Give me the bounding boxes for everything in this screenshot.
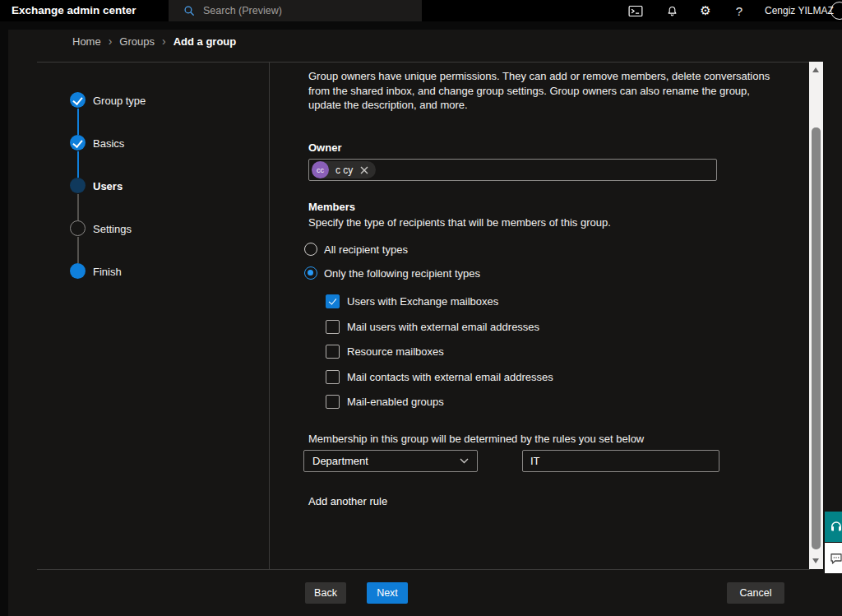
scroll-down-icon[interactable]: [812, 558, 819, 563]
add-another-rule-link[interactable]: Add another rule: [308, 495, 387, 507]
chevron-right-icon: ›: [162, 35, 166, 48]
scrollbar-thumb[interactable]: [812, 127, 821, 549]
search-box[interactable]: [169, 0, 422, 21]
gear-icon: ⚙: [700, 3, 710, 18]
radio-all-recipient-types[interactable]: All recipient types: [304, 242, 408, 257]
breadcrumb: Home › Groups › Add a group: [72, 33, 236, 49]
remove-owner-icon[interactable]: [360, 166, 368, 174]
bell-icon: [666, 4, 678, 17]
checkbox-icon: [326, 395, 340, 409]
exchange-admin-window: Exchange admin center ⚙ ?: [0, 0, 842, 616]
back-button[interactable]: Back: [305, 582, 346, 604]
membership-rules-label: Membership in this group will be determi…: [308, 433, 644, 445]
checkbox-resource-mailboxes[interactable]: Resource mailboxes: [326, 344, 444, 359]
owner-label: Owner: [308, 141, 341, 154]
scroll-up-icon[interactable]: [812, 67, 819, 72]
user-name[interactable]: Cengiz YILMAZ: [765, 0, 834, 21]
checkbox-icon: [326, 320, 340, 334]
owners-description: Group owners have unique permissions. Th…: [308, 69, 785, 113]
top-bar: Exchange admin center ⚙ ?: [0, 0, 842, 21]
search-input[interactable]: [203, 5, 400, 16]
settings-button[interactable]: ⚙: [695, 0, 716, 21]
divider-bottom: [37, 569, 810, 570]
rule-value-input[interactable]: [522, 450, 719, 472]
notifications-button[interactable]: [661, 0, 682, 21]
breadcrumb-groups[interactable]: Groups: [119, 35, 155, 48]
step-label-settings[interactable]: Settings: [93, 223, 132, 235]
chevron-down-icon: [460, 458, 469, 464]
support-widget-button[interactable]: [825, 512, 842, 542]
owner-picker[interactable]: cc c cy: [308, 159, 717, 181]
step-connector: [77, 109, 79, 135]
breadcrumb-home[interactable]: Home: [72, 35, 101, 48]
feedback-widget-button[interactable]: [825, 543, 842, 573]
step-label-basics[interactable]: Basics: [93, 137, 124, 150]
terminal-icon: [628, 5, 643, 17]
help-button[interactable]: ?: [730, 0, 748, 21]
checkbox-icon: [326, 345, 340, 359]
cancel-button[interactable]: Cancel: [727, 582, 784, 604]
step-label-finish[interactable]: Finish: [93, 266, 122, 278]
step-label-group-type[interactable]: Group type: [93, 95, 146, 107]
owner-chip: cc c cy: [312, 161, 376, 178]
search-icon: [183, 5, 195, 16]
radio-only-following-types[interactable]: Only the following recipient types: [304, 266, 480, 280]
members-label: Members: [308, 201, 355, 213]
checkbox-icon: [326, 370, 340, 384]
owner-chip-avatar: cc: [312, 161, 329, 178]
divider-vertical: [269, 62, 270, 569]
owner-chip-name: c cy: [335, 164, 353, 176]
step-label-users[interactable]: Users: [93, 180, 123, 192]
step-circle-users: [70, 178, 86, 193]
radio-selected-icon: [304, 266, 317, 280]
step-circle-settings: [70, 220, 86, 236]
chevron-right-icon: ›: [109, 35, 113, 48]
step-circle-basics: [70, 135, 86, 151]
rule-attribute-dropdown[interactable]: Department: [303, 450, 478, 472]
radio-icon: [304, 243, 317, 256]
question-icon: ?: [736, 4, 743, 18]
dropdown-value: Department: [312, 455, 368, 467]
next-button[interactable]: Next: [367, 582, 408, 604]
checkbox-checked-icon: [326, 294, 340, 308]
divider-top: [37, 62, 810, 63]
checkbox-exchange-mailboxes[interactable]: Users with Exchange mailboxes: [326, 294, 498, 308]
checkbox-mail-users-external[interactable]: Mail users with external email addresses: [326, 319, 539, 334]
step-connector: [77, 237, 79, 263]
step-connector: [77, 194, 79, 220]
checkbox-mail-contacts-external[interactable]: Mail contacts with external email addres…: [326, 369, 553, 384]
scrollbar[interactable]: [809, 62, 823, 569]
breadcrumb-current: Add a group: [173, 35, 237, 48]
step-connector: [77, 151, 79, 178]
feedback-bubble-icon: [829, 551, 842, 566]
cloud-shell-button[interactable]: [625, 0, 646, 21]
headset-icon: [829, 520, 842, 535]
members-description: Specify the type of recipients that will…: [308, 216, 611, 229]
step-circle-group-type: [70, 92, 86, 108]
step-circle-finish: [70, 263, 86, 279]
checkbox-mail-enabled-groups[interactable]: Mail-enabled groups: [326, 394, 444, 409]
app-title[interactable]: Exchange admin center: [12, 0, 136, 21]
